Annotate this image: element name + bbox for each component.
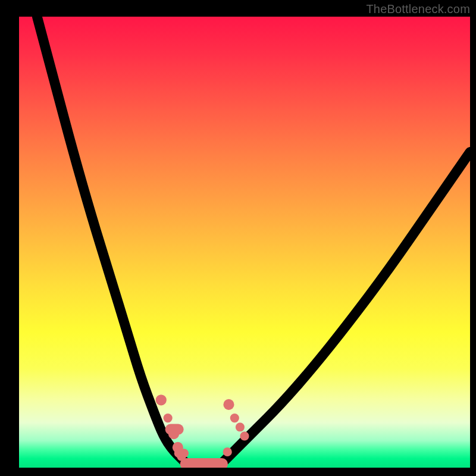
curve-svg [19,17,470,468]
curve-right-arm [222,152,470,463]
marker-capsule [174,449,189,458]
chart-frame: TheBottleneck.com [0,0,476,476]
marker-dot [156,394,167,405]
marker-capsule [165,424,184,434]
watermark-text: TheBottleneck.com [366,2,470,16]
marker-dot [223,399,234,410]
v-curve [37,17,470,465]
marker-dot [230,414,239,422]
marker-dot [240,431,249,440]
marker-dot [164,414,173,422]
marker-capsule [180,458,228,468]
marker-dot [236,422,245,431]
marker-dot [223,447,232,456]
plot-area [19,17,470,468]
